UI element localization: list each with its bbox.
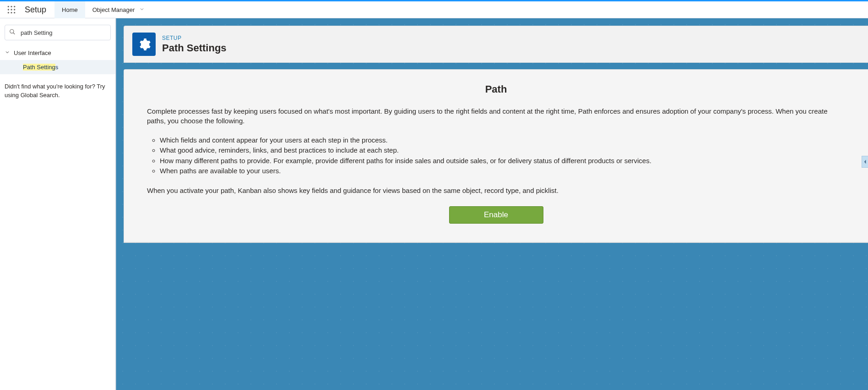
page-title: Path Settings	[162, 42, 227, 54]
tab-label: Object Manager	[92, 6, 135, 13]
app-launcher-icon[interactable]	[0, 5, 23, 14]
svg-point-3	[8, 9, 9, 10]
chevron-down-icon	[5, 49, 10, 56]
app-name: Setup	[23, 5, 54, 15]
main-area: SETUP Path Settings Path Complete proces…	[116, 18, 868, 390]
quick-find-input[interactable]	[5, 25, 111, 40]
list-item: Which fields and content appear for your…	[160, 136, 845, 145]
content-intro: Complete processes fast by keeping users…	[147, 106, 845, 126]
svg-line-10	[13, 33, 15, 34]
list-item: How many different paths to provide. For…	[160, 156, 845, 165]
tab-label: Home	[62, 6, 78, 13]
list-item: What good advice, reminders, links, and …	[160, 146, 845, 155]
page-eyebrow: SETUP	[162, 35, 227, 41]
tree-category-label: User Interface	[14, 49, 51, 56]
svg-point-9	[10, 29, 14, 33]
enable-button[interactable]: Enable	[449, 206, 543, 224]
svg-point-1	[11, 6, 12, 7]
chevron-down-icon[interactable]	[139, 6, 145, 13]
setup-sidebar: User Interface Path Settings Didn't find…	[0, 18, 116, 390]
top-nav: Setup Home Object Manager	[0, 0, 868, 18]
svg-point-5	[14, 9, 15, 10]
tree-item-tail: s	[55, 64, 59, 71]
tab-home[interactable]: Home	[54, 0, 85, 18]
list-item: When paths are available to your users.	[160, 166, 845, 176]
svg-point-4	[11, 9, 12, 10]
svg-point-7	[11, 12, 12, 13]
svg-point-0	[8, 6, 9, 7]
search-icon	[9, 29, 16, 37]
gear-icon	[132, 33, 156, 56]
content-footer: When you activate your path, Kanban also…	[147, 186, 845, 195]
content-card: Path Complete processes fast by keeping …	[124, 69, 868, 243]
content-heading: Path	[147, 83, 845, 95]
svg-point-8	[14, 12, 15, 13]
svg-point-6	[8, 12, 9, 13]
svg-point-2	[14, 6, 15, 7]
search-highlight: Path Setting	[23, 64, 55, 71]
content-bullets: Which fields and content appear for your…	[147, 136, 845, 176]
tree-category-user-interface[interactable]: User Interface	[0, 46, 115, 60]
tree-item-path-settings[interactable]: Path Settings	[0, 60, 115, 74]
page-header: SETUP Path Settings	[124, 26, 868, 63]
tab-object-manager[interactable]: Object Manager	[85, 0, 152, 19]
collapse-panel-tab[interactable]	[862, 156, 868, 168]
quick-find-search	[5, 25, 111, 40]
sidebar-help-text: Didn't find what you're looking for? Try…	[0, 74, 115, 108]
